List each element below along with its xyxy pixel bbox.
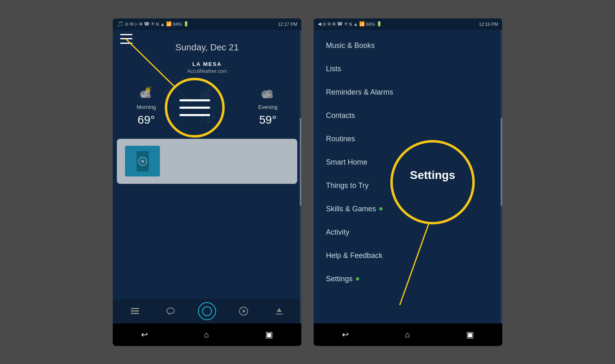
scrollbar-left[interactable] xyxy=(300,30,301,323)
menu-routines[interactable]: Routines xyxy=(314,127,502,151)
home-icon-right[interactable]: ⌂ xyxy=(405,330,410,339)
recents-icon-left[interactable]: ▣ xyxy=(265,330,273,339)
status-bar-right: ◀ ◎ ⧉ ⊕ ☎ ✳ N ▲ 📶 66% 🔋 12:16 PM xyxy=(314,18,502,30)
svg-point-19 xyxy=(167,308,174,314)
time-left: 12:17 PM xyxy=(278,22,297,27)
svg-line-5 xyxy=(150,87,151,88)
settings-dot xyxy=(356,277,359,280)
date-section: Sunday, Dec 21 xyxy=(113,30,301,57)
afternoon-temp: 74° xyxy=(198,113,216,127)
things-label: Things to Try xyxy=(326,181,369,190)
recents-icon-right[interactable]: ▣ xyxy=(466,330,474,339)
afternoon-weather-icon xyxy=(198,86,216,101)
smart-home-label: Smart Home xyxy=(326,158,367,167)
back-icon-right[interactable]: ↩ xyxy=(342,330,349,339)
scrollbar-right[interactable] xyxy=(501,30,502,323)
alexa-ring xyxy=(202,306,212,316)
time-right: 12:16 PM xyxy=(479,22,498,27)
nav-lists-icon[interactable] xyxy=(127,303,143,319)
evening-temp: 59° xyxy=(259,113,276,127)
skills-notification-dot xyxy=(379,207,383,210)
settings-label: Settings xyxy=(326,275,353,283)
menu-things-to-try[interactable]: Things to Try xyxy=(314,174,502,197)
location-name: LA MESA xyxy=(113,61,301,67)
status-bar-left: 🎵 ◎ ⧉ ▷ ⊕ ☎ ✳ N ▲ 📶 84% 🔋 12:17 PM xyxy=(113,18,301,30)
svg-marker-21 xyxy=(243,310,246,313)
skills-label: Skills & Games xyxy=(326,205,376,213)
home-icon-left[interactable]: ⌂ xyxy=(204,330,209,339)
svg-rect-12 xyxy=(262,94,273,98)
menu-reminders[interactable]: Reminders & Alarms xyxy=(314,81,502,104)
svg-rect-16 xyxy=(131,308,139,309)
status-icons-left: 🎵 ◎ ⧉ ▷ ⊕ ☎ ✳ N ▲ 📶 84% 🔋 xyxy=(117,21,189,27)
lists-label: Lists xyxy=(326,65,341,73)
menu-smart-home[interactable]: Smart Home xyxy=(314,151,502,174)
device-thumbnail xyxy=(125,146,160,176)
svg-rect-17 xyxy=(131,310,139,312)
location-source: AccuWeather.com xyxy=(113,68,301,74)
svg-point-15 xyxy=(141,160,144,163)
date-text: Sunday, Dec 21 xyxy=(113,42,301,53)
evening-weather-icon xyxy=(259,86,277,101)
svg-marker-23 xyxy=(277,308,282,312)
evening-label: Evening xyxy=(258,104,278,110)
scrollbar-thumb-right xyxy=(501,118,502,206)
echo-device-icon xyxy=(132,149,153,174)
svg-rect-2 xyxy=(141,94,151,98)
hamburger-line-1 xyxy=(120,34,132,35)
system-nav-right: ↩ ⌂ ▣ xyxy=(314,323,502,346)
menu-music-books[interactable]: Music & Books xyxy=(314,34,502,57)
hamburger-line-3 xyxy=(120,43,132,44)
menu-skills-games[interactable]: Skills & Games xyxy=(314,197,502,221)
nav-upload-icon[interactable] xyxy=(271,303,287,319)
weather-morning: Morning 69° xyxy=(137,86,156,127)
afternoon-label: Afternoon xyxy=(196,104,219,110)
morning-weather-icon xyxy=(137,86,155,101)
routines-label: Routines xyxy=(326,135,355,143)
battery-right: 66% xyxy=(366,22,375,27)
nav-alexa-button[interactable] xyxy=(198,302,216,320)
svg-rect-22 xyxy=(276,314,283,314)
menu-content: Music & Books Lists Reminders & Alarms C… xyxy=(314,30,502,295)
nav-chat-icon[interactable] xyxy=(162,303,179,319)
reminders-label: Reminders & Alarms xyxy=(326,88,393,97)
menu-lists[interactable]: Lists xyxy=(314,57,502,81)
back-icon-left[interactable]: ↩ xyxy=(141,330,148,339)
menu-settings[interactable]: Settings xyxy=(314,267,502,291)
scrollbar-thumb-left xyxy=(300,118,301,206)
system-nav-left: ↩ ⌂ ▣ xyxy=(113,323,301,346)
weather-afternoon: Afternoon 74° xyxy=(196,86,219,127)
hamburger-button[interactable] xyxy=(120,34,132,44)
svg-rect-8 xyxy=(202,94,212,98)
location-section: LA MESA AccuWeather.com xyxy=(113,61,301,74)
bottom-nav xyxy=(113,299,301,323)
battery-left: 84% xyxy=(173,22,182,27)
nav-play-icon[interactable] xyxy=(235,303,252,319)
menu-help[interactable]: Help & Feedback xyxy=(314,244,502,267)
morning-temp: 69° xyxy=(138,113,155,127)
device-card[interactable] xyxy=(117,139,297,184)
svg-point-3 xyxy=(146,87,150,92)
morning-label: Morning xyxy=(137,104,156,110)
status-icons-right: ◀ ◎ ⧉ ⊕ ☎ ✳ N ▲ 📶 66% 🔋 xyxy=(318,21,382,27)
weather-section: Morning 69° Afternoon 74° xyxy=(113,86,301,127)
svg-point-9 xyxy=(207,87,212,92)
menu-contacts[interactable]: Contacts xyxy=(314,104,502,127)
activity-label: Activity xyxy=(326,228,349,237)
music-books-label: Music & Books xyxy=(326,41,375,50)
hamburger-line-2 xyxy=(120,38,132,39)
contacts-label: Contacts xyxy=(326,111,355,120)
help-label: Help & Feedback xyxy=(326,251,383,260)
menu-activity[interactable]: Activity xyxy=(314,221,502,244)
weather-evening: Evening 59° xyxy=(258,86,278,127)
svg-rect-18 xyxy=(131,313,139,314)
